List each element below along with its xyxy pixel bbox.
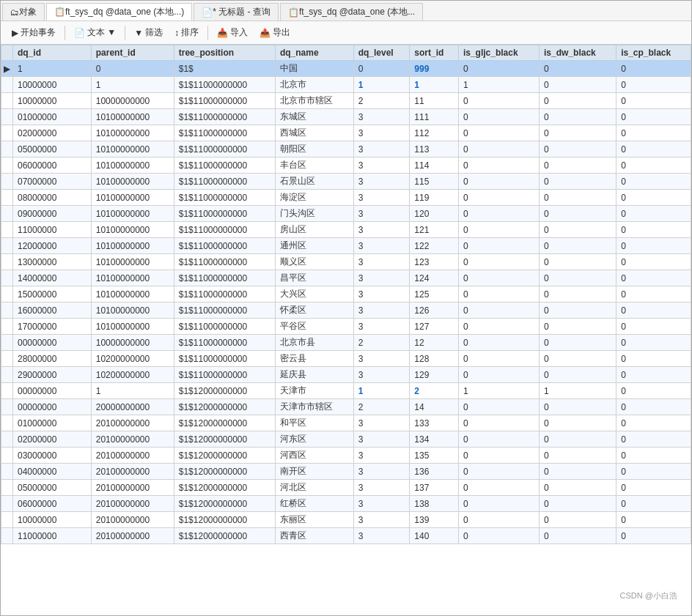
table-row[interactable]: 0900000010100000000$1$11000000000门头沟区312… bbox=[1, 206, 691, 222]
table-row[interactable]: 1300000010100000000$1$11000000000顺义区3123… bbox=[1, 254, 691, 270]
col-header-is-gljc-black[interactable]: is_gljc_black bbox=[458, 45, 539, 61]
table-row[interactable]: 0200000020100000000$1$12000000000河东区3134… bbox=[1, 431, 691, 448]
col-header-dq-id[interactable]: dq_id bbox=[13, 45, 92, 61]
table-row[interactable]: 0600000010100000000$1$11000000000丰台区3114… bbox=[1, 157, 691, 174]
table-row[interactable]: 0700000010100000000$1$11000000000石景山区311… bbox=[1, 174, 691, 190]
text-button[interactable]: 📄 文本 ▼ bbox=[69, 24, 121, 41]
table-row[interactable]: 1200000010100000000$1$11000000000通州区3122… bbox=[1, 238, 691, 254]
col-header-is-cp-black[interactable]: is_cp_black bbox=[616, 45, 691, 61]
main-window: 🗂 对象 📋 ft_sys_dq @data_one (本地...) 📄 * 无… bbox=[0, 0, 692, 616]
table-row[interactable]: 000000001$1$12000000000天津市12110 bbox=[1, 383, 691, 399]
table-row[interactable]: 1000000010000000000$1$11000000000北京市市辖区2… bbox=[1, 93, 691, 109]
table-row[interactable]: 0000000020000000000$1$12000000000天津市市辖区2… bbox=[1, 399, 691, 415]
cell-tree-position: $1$11000000000 bbox=[174, 157, 275, 174]
col-header-sort-id[interactable]: sort_id bbox=[410, 45, 459, 61]
cell-dq-level: 3 bbox=[353, 319, 410, 335]
cell-dq-id: 02000000 bbox=[13, 125, 92, 141]
tab-ft-sys-dq2[interactable]: 📋 ft_sys_dq @data_one (本地... bbox=[280, 3, 423, 21]
cell-dq-level: 3 bbox=[353, 303, 410, 319]
cell-parent-id: 10100000000 bbox=[91, 238, 174, 254]
cell-sort-id: 1 bbox=[410, 77, 459, 93]
start-transaction-button[interactable]: ▶ 开始事务 bbox=[7, 24, 61, 41]
col-header-tree-position[interactable]: tree_position bbox=[174, 45, 275, 61]
cell-dq-level: 3 bbox=[353, 141, 410, 157]
tab-ft-sys-dq[interactable]: 📋 ft_sys_dq @data_one (本地...) bbox=[46, 3, 192, 21]
cell-is-dw-black: 0 bbox=[540, 125, 616, 141]
cell-is-gljc-black: 0 bbox=[458, 270, 539, 286]
import-button[interactable]: 📥 导入 bbox=[212, 24, 253, 41]
export-button[interactable]: 📤 导出 bbox=[254, 24, 295, 41]
table-row[interactable]: 0200000010100000000$1$11000000000西城区3112… bbox=[1, 125, 691, 141]
cell-is-dw-black: 0 bbox=[540, 109, 616, 125]
tab-query[interactable]: 📄 * 无标题 - 查询 bbox=[194, 3, 279, 21]
cell-dq-id: 17000000 bbox=[13, 319, 92, 335]
row-pointer bbox=[1, 109, 13, 125]
filter-button[interactable]: ▼ 筛选 bbox=[129, 24, 168, 41]
cell-dq-id: 10000000 bbox=[13, 77, 92, 93]
cell-is-dw-black: 0 bbox=[540, 206, 616, 222]
table-row[interactable]: 100000001$1$11000000000北京市11100 bbox=[1, 77, 691, 93]
table-row[interactable]: 0100000010100000000$1$11000000000东城区3111… bbox=[1, 109, 691, 125]
cell-is-cp-black: 0 bbox=[616, 254, 691, 270]
cell-is-cp-black: 0 bbox=[616, 61, 691, 77]
cell-is-dw-black: 0 bbox=[540, 61, 616, 77]
cell-is-dw-black: 0 bbox=[540, 157, 616, 174]
cell-is-gljc-black: 0 bbox=[458, 303, 539, 319]
table-row[interactable]: 2800000010200000000$1$11000000000密云县3128… bbox=[1, 351, 691, 367]
table-row[interactable]: 0600000020100000000$1$12000000000红桥区3138… bbox=[1, 496, 691, 512]
table-row[interactable]: 0000000010000000000$1$11000000000北京市县212… bbox=[1, 335, 691, 351]
sort-button[interactable]: ↕ 排序 bbox=[169, 24, 204, 41]
cell-parent-id: 10100000000 bbox=[91, 319, 174, 335]
table-row[interactable]: 1000000020100000000$1$12000000000东丽区3139… bbox=[1, 512, 691, 528]
table-row[interactable]: 0400000020100000000$1$12000000000南开区3136… bbox=[1, 464, 691, 480]
cell-sort-id: 115 bbox=[410, 174, 459, 190]
table-container[interactable]: dq_id parent_id tree_position dq_name dq… bbox=[1, 45, 691, 615]
table-row[interactable]: 1600000010100000000$1$11000000000怀柔区3126… bbox=[1, 303, 691, 319]
tab-ft-sys-dq-icon: 📋 bbox=[54, 7, 65, 17]
tab-objects[interactable]: 🗂 对象 bbox=[2, 3, 45, 21]
cell-is-cp-black: 0 bbox=[616, 174, 691, 190]
col-header-is-dw-black[interactable]: is_dw_black bbox=[540, 45, 616, 61]
cell-is-cp-black: 0 bbox=[616, 319, 691, 335]
table-row[interactable]: 1700000010100000000$1$11000000000平谷区3127… bbox=[1, 319, 691, 335]
table-row[interactable]: 1100000020100000000$1$12000000000西青区3140… bbox=[1, 528, 691, 544]
table-row[interactable]: 0100000020100000000$1$12000000000和平区3133… bbox=[1, 415, 691, 431]
cell-dq-name: 怀柔区 bbox=[275, 303, 353, 319]
table-row[interactable]: 0500000010100000000$1$11000000000朝阳区3113… bbox=[1, 141, 691, 157]
row-pointer bbox=[1, 464, 13, 480]
cell-sort-id: 139 bbox=[410, 512, 459, 528]
cell-is-gljc-black: 0 bbox=[458, 109, 539, 125]
cell-is-gljc-black: 0 bbox=[458, 367, 539, 383]
cell-tree-position: $1$11000000000 bbox=[174, 367, 275, 383]
table-row[interactable]: 1100000010100000000$1$11000000000房山区3121… bbox=[1, 222, 691, 238]
cell-dq-name: 通州区 bbox=[275, 238, 353, 254]
cell-is-dw-black: 0 bbox=[540, 319, 616, 335]
table-row[interactable]: 1400000010100000000$1$11000000000昌平区3124… bbox=[1, 270, 691, 286]
cell-dq-level: 3 bbox=[353, 125, 410, 141]
cell-dq-id: 28000000 bbox=[13, 351, 92, 367]
col-header-dq-level[interactable]: dq_level bbox=[353, 45, 410, 61]
col-header-dq-name[interactable]: dq_name bbox=[275, 45, 353, 61]
table-row[interactable]: ▶10$1$中国0999000 bbox=[1, 61, 691, 77]
cell-dq-id: 29000000 bbox=[13, 367, 92, 383]
cell-tree-position: $1$11000000000 bbox=[174, 125, 275, 141]
cell-is-dw-black: 0 bbox=[540, 528, 616, 544]
cell-sort-id: 138 bbox=[410, 496, 459, 512]
cell-is-cp-black: 0 bbox=[616, 109, 691, 125]
cell-tree-position: $1$11000000000 bbox=[174, 206, 275, 222]
table-row[interactable]: 1500000010100000000$1$11000000000大兴区3125… bbox=[1, 286, 691, 303]
table-row[interactable]: 0300000020100000000$1$12000000000河西区3135… bbox=[1, 448, 691, 464]
cell-sort-id: 114 bbox=[410, 157, 459, 174]
table-row[interactable]: 2900000010200000000$1$11000000000延庆县3129… bbox=[1, 367, 691, 383]
cell-tree-position: $1$11000000000 bbox=[174, 77, 275, 93]
table-row[interactable]: 0800000010100000000$1$11000000000海淀区3119… bbox=[1, 190, 691, 206]
col-header-parent-id[interactable]: parent_id bbox=[91, 45, 174, 61]
cell-is-dw-black: 0 bbox=[540, 222, 616, 238]
cell-is-dw-black: 0 bbox=[540, 480, 616, 496]
table-row[interactable]: 0500000020100000000$1$12000000000河北区3137… bbox=[1, 480, 691, 496]
cell-parent-id: 10000000000 bbox=[91, 335, 174, 351]
cell-sort-id: 124 bbox=[410, 270, 459, 286]
cell-dq-name: 北京市县 bbox=[275, 335, 353, 351]
cell-dq-level: 1 bbox=[353, 383, 410, 399]
cell-is-dw-black: 1 bbox=[540, 383, 616, 399]
